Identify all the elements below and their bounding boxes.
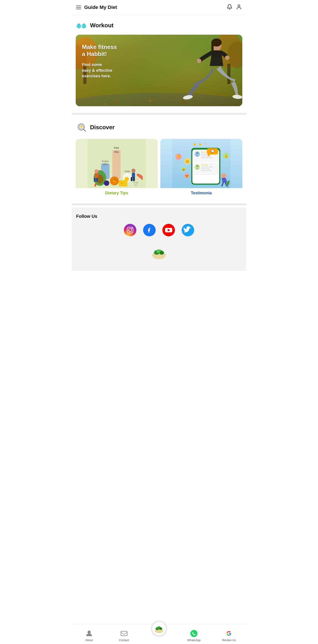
app-logo (76, 243, 242, 261)
discover-title: Discover (90, 124, 115, 131)
svg-point-57 (131, 168, 135, 173)
discover-icon (76, 122, 87, 133)
header-right (227, 4, 242, 11)
testimonials-image: ★ ★ ★ ★★★★★ (160, 139, 242, 188)
banner-headline: Make fitnessa Habbit! (82, 44, 117, 58)
twitter-button[interactable] (182, 224, 194, 236)
svg-rect-73 (201, 157, 213, 158)
bottom-space (72, 271, 246, 291)
banner-text: Make fitnessa Habbit! Find someeasy & ef… (82, 44, 117, 79)
testimonials-card[interactable]: ★ ★ ★ ★★★★★ (160, 139, 242, 197)
dietary-tips-label: Dietary Tips (76, 188, 158, 197)
svg-text:★★★★: ★★★★ (201, 164, 208, 166)
svg-text:★: ★ (198, 142, 203, 147)
social-icons (76, 224, 242, 236)
svg-point-98 (124, 224, 136, 236)
svg-rect-60 (133, 177, 135, 181)
svg-rect-82 (201, 168, 210, 169)
svg-text:👍: 👍 (224, 154, 228, 158)
workout-section: Workout (72, 15, 246, 111)
facebook-button[interactable] (143, 224, 156, 236)
svg-point-50 (104, 180, 109, 186)
svg-point-24 (232, 94, 242, 99)
svg-point-52 (121, 182, 122, 184)
header-left: Guide My Diet (76, 4, 117, 10)
workout-title: Workout (90, 22, 113, 29)
svg-text:Protein: Protein (102, 160, 109, 162)
youtube-button[interactable] (162, 224, 175, 236)
svg-rect-81 (201, 166, 213, 168)
svg-point-21 (197, 58, 201, 63)
menu-button[interactable] (76, 6, 81, 9)
svg-text:Sugar: Sugar (133, 181, 138, 184)
dietary-tips-image: Fats 75% Protein 20% Carbs 5% Sugar 0% (76, 139, 158, 188)
svg-text:👎: 👎 (176, 155, 181, 159)
follow-title: Follow Us (76, 214, 242, 219)
svg-text:Carbs: Carbs (124, 170, 130, 173)
instagram-button[interactable] (124, 224, 136, 236)
svg-rect-54 (95, 173, 98, 178)
app-title: Guide My Diet (84, 4, 117, 10)
svg-rect-56 (96, 178, 98, 182)
discover-title-row: Discover (76, 122, 242, 133)
svg-text:★: ★ (210, 164, 212, 166)
svg-text:Fats: Fats (114, 146, 119, 149)
svg-text:75%: 75% (114, 151, 119, 154)
svg-text:20%: 20% (103, 163, 107, 166)
svg-text:😊: 😊 (185, 159, 190, 164)
svg-text:💬: 💬 (211, 149, 215, 153)
svg-point-101 (131, 228, 132, 229)
discover-cards: Fats 75% Protein 20% Carbs 5% Sugar 0% (72, 139, 246, 201)
svg-rect-72 (201, 156, 211, 156)
svg-rect-32 (112, 150, 121, 179)
discover-section: Discover (72, 117, 246, 139)
svg-text:😍: 😍 (185, 174, 189, 178)
testimonials-label: Testimonia (160, 188, 242, 197)
workout-banner[interactable]: Make fitnessa Habbit! Find someeasy & ef… (76, 35, 242, 106)
svg-line-28 (84, 129, 86, 131)
section-divider-2 (72, 204, 246, 205)
svg-rect-55 (94, 178, 96, 182)
section-divider (72, 113, 246, 115)
user-icon[interactable] (236, 4, 242, 11)
workout-icon (76, 20, 87, 31)
svg-point-29 (80, 126, 82, 127)
svg-point-69 (196, 152, 198, 154)
svg-rect-51 (119, 180, 127, 186)
svg-text:0%: 0% (134, 184, 137, 186)
svg-point-112 (156, 251, 158, 253)
svg-point-78 (196, 165, 198, 167)
svg-point-53 (94, 169, 99, 173)
follow-section: Follow Us (72, 208, 246, 271)
dietary-tips-card[interactable]: Fats 75% Protein 20% Carbs 5% Sugar 0% (76, 139, 158, 197)
bell-icon[interactable] (227, 4, 232, 11)
svg-rect-58 (132, 173, 135, 178)
svg-rect-5 (80, 26, 83, 26)
svg-point-0 (238, 5, 240, 7)
svg-rect-83 (201, 170, 212, 171)
svg-text:★: ★ (192, 142, 197, 147)
svg-rect-59 (131, 177, 132, 181)
svg-point-23 (183, 94, 193, 100)
header: Guide My Diet (72, 0, 246, 15)
svg-text:😀: 😀 (182, 168, 186, 171)
svg-point-94 (221, 173, 226, 178)
workout-title-row: Workout (76, 20, 242, 31)
svg-text:🍊: 🍊 (113, 179, 117, 183)
svg-text:★: ★ (204, 142, 208, 147)
banner-subtext: Find someeasy & effectiveexercises here. (82, 62, 117, 79)
svg-point-22 (225, 56, 230, 60)
svg-rect-30 (81, 127, 82, 128)
